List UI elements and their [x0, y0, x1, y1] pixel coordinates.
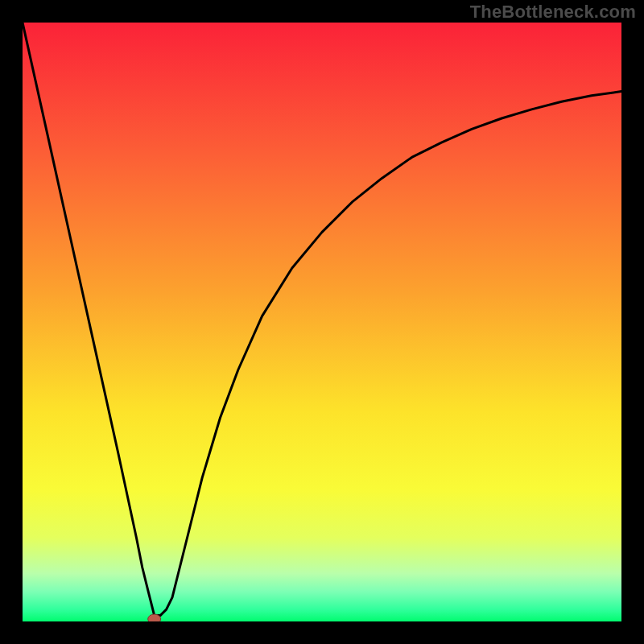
minimum-marker-dot: [148, 614, 161, 621]
chart-frame: TheBottleneck.com: [0, 0, 644, 644]
gradient-background: [23, 23, 621, 621]
watermark-text: TheBottleneck.com: [470, 2, 636, 23]
bottleneck-chart: [23, 23, 621, 621]
